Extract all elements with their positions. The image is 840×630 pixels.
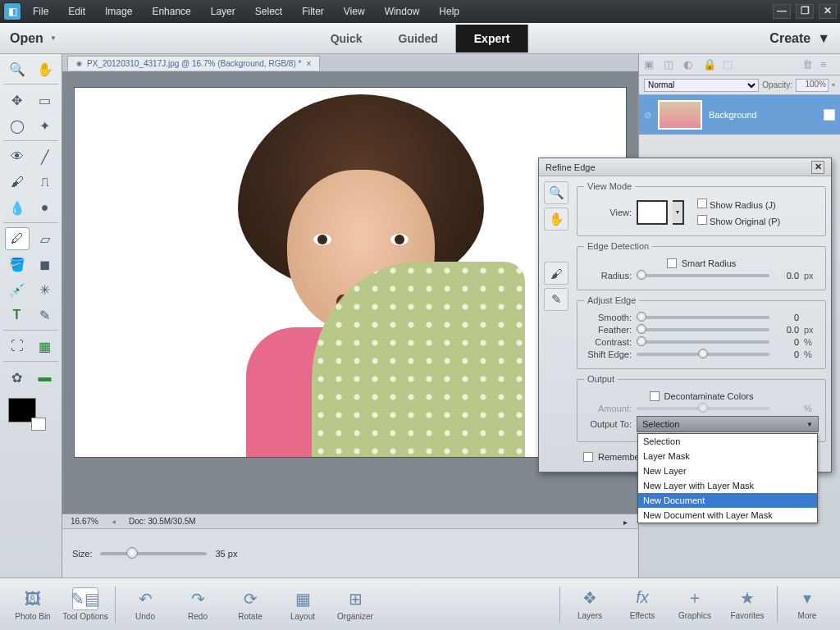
photo-bin-button[interactable]: 🖼Photo Bin — [7, 587, 59, 621]
refine-radius-tool[interactable]: 🖌 — [544, 262, 568, 285]
menu-layer[interactable]: Layer — [203, 2, 244, 21]
menu-select[interactable]: Select — [247, 2, 290, 21]
lasso-tool[interactable]: ◯ — [5, 114, 30, 137]
new-group-icon[interactable]: ◫ — [664, 58, 678, 71]
dialog-close-button[interactable]: ✕ — [811, 161, 824, 174]
output-to-dropdown: Selection Layer Mask New Layer New Layer… — [637, 433, 818, 523]
document-tab[interactable]: ◉PX_20120310_4317J.jpg @ 16.7% (Backgrou… — [67, 56, 320, 71]
hand-tool[interactable]: ✋ — [33, 57, 57, 80]
menu-window[interactable]: Window — [377, 2, 428, 21]
contrast-slider[interactable] — [637, 340, 769, 344]
type-tool[interactable]: T — [5, 304, 30, 326]
tab-expert[interactable]: Expert — [456, 25, 528, 52]
crop-tool[interactable]: ⛶ — [5, 335, 30, 358]
view-dropdown[interactable]: ▾ — [673, 200, 684, 225]
blur-tool[interactable]: 💧 — [5, 196, 30, 219]
option-new-document-mask[interactable]: New Document with Layer Mask — [638, 508, 817, 523]
layers-panel-button[interactable]: ❖Layers — [564, 587, 616, 623]
option-new-layer-mask[interactable]: New Layer with Layer Mask — [638, 478, 817, 493]
menu-help[interactable]: Help — [431, 2, 468, 21]
dialog-hand-tool[interactable]: ✋ — [544, 208, 568, 231]
redo-button[interactable]: ↷Redo — [171, 587, 224, 621]
lock-icon[interactable]: 🔒 — [703, 58, 718, 71]
option-new-document[interactable]: New Document — [638, 493, 817, 508]
remember-label: Remember — [598, 452, 642, 462]
brush-tool[interactable]: 🖊 — [5, 227, 30, 250]
blend-mode-select[interactable]: Normal — [644, 79, 759, 92]
smart-brush-tool[interactable]: 🖌 — [5, 171, 30, 194]
favorites-panel-button[interactable]: ★Favorites — [721, 587, 774, 623]
redeye-tool[interactable]: 👁 — [5, 145, 30, 168]
move-tool[interactable]: ✥ — [5, 89, 30, 112]
more-button[interactable]: ▾More — [781, 587, 833, 623]
graphics-panel-button[interactable]: ＋Graphics — [669, 587, 721, 623]
show-original-checkbox[interactable] — [697, 215, 707, 225]
straighten-tool[interactable]: ▬ — [33, 366, 57, 389]
shift-edge-slider[interactable] — [637, 353, 769, 356]
feather-slider[interactable] — [637, 328, 769, 331]
smooth-label: Smooth: — [584, 313, 632, 322]
smooth-slider[interactable] — [637, 316, 769, 319]
organizer-button[interactable]: ⊞Organizer — [329, 587, 381, 621]
link-icon[interactable]: ⬚ — [723, 58, 737, 71]
menu-edit[interactable]: Edit — [60, 2, 94, 21]
tab-quick[interactable]: Quick — [313, 25, 381, 52]
menu-filter[interactable]: Filter — [294, 2, 332, 21]
opacity-value[interactable]: 100% — [796, 79, 829, 92]
shape-tool[interactable]: ✳ — [33, 278, 57, 301]
smart-radius-checkbox[interactable] — [667, 258, 677, 268]
close-doc-icon[interactable]: × — [306, 59, 311, 68]
layout-button[interactable]: ▦Layout — [276, 587, 329, 621]
maximize-button[interactable]: ❐ — [796, 4, 814, 19]
quick-select-tool[interactable]: ✦ — [33, 114, 57, 137]
edge-detection-legend: Edge Detection — [584, 241, 652, 251]
option-selection[interactable]: Selection — [638, 434, 817, 449]
eraser-tool[interactable]: ▱ — [33, 227, 57, 250]
paint-bucket-tool[interactable]: 🪣 — [5, 253, 30, 276]
contrast-label: Contrast: — [584, 337, 632, 347]
open-button[interactable]: Open▼ — [10, 31, 57, 46]
close-button[interactable]: ✕ — [819, 4, 837, 19]
pencil-tool[interactable]: ✎ — [33, 304, 57, 326]
gradient-tool[interactable]: ◼ — [33, 253, 57, 276]
effects-panel-button[interactable]: fxEffects — [616, 587, 669, 623]
show-radius-checkbox[interactable] — [697, 199, 707, 208]
output-legend: Output — [584, 374, 618, 384]
adjustment-icon[interactable]: ◐ — [683, 58, 698, 71]
menu-image[interactable]: Image — [97, 2, 140, 21]
panel-menu-icon[interactable]: ≡ — [820, 58, 835, 71]
cookie-cutter-tool[interactable]: ✿ — [5, 366, 30, 389]
view-thumbnail[interactable] — [637, 200, 668, 225]
eyedropper-tool[interactable]: 💉 — [5, 278, 30, 301]
undo-button[interactable]: ↶Undo — [119, 587, 171, 621]
dialog-zoom-tool[interactable]: 🔍 — [544, 181, 568, 204]
create-button[interactable]: Create▼ — [769, 31, 830, 46]
spot-heal-tool[interactable]: ╱ — [33, 145, 57, 168]
clone-stamp-tool[interactable]: ⎍ — [33, 171, 57, 194]
marquee-tool[interactable]: ▭ — [33, 89, 57, 112]
adjust-edge-legend: Adjust Edge — [584, 295, 639, 305]
new-layer-icon[interactable]: ▣ — [644, 58, 659, 71]
remember-checkbox[interactable] — [583, 452, 593, 462]
rotate-button[interactable]: ⟳Rotate — [224, 587, 276, 621]
contrast-value: 0 — [774, 337, 799, 347]
tool-options-button[interactable]: ✎▤Tool Options — [59, 587, 112, 621]
minimize-button[interactable]: — — [773, 4, 791, 19]
decontaminate-checkbox[interactable] — [650, 391, 660, 401]
size-slider[interactable] — [100, 552, 207, 555]
output-to-select[interactable]: Selection▼ Selection Layer Mask New Laye… — [637, 416, 819, 432]
trash-icon[interactable]: 🗑 — [802, 58, 817, 71]
sponge-tool[interactable]: ● — [33, 196, 57, 219]
option-layer-mask[interactable]: Layer Mask — [638, 449, 817, 463]
color-swatch[interactable] — [8, 398, 46, 431]
menu-view[interactable]: View — [336, 2, 373, 21]
option-new-layer[interactable]: New Layer — [638, 463, 817, 478]
zoom-tool[interactable]: 🔍 — [5, 57, 30, 80]
erase-refinements-tool[interactable]: ✎ — [544, 288, 568, 311]
menu-enhance[interactable]: Enhance — [144, 2, 199, 21]
menu-file[interactable]: File — [25, 2, 57, 21]
recompose-tool[interactable]: ▦ — [33, 335, 57, 358]
radius-slider[interactable] — [637, 274, 769, 277]
layer-background[interactable]: 👁 ⊘ Background — [639, 95, 840, 135]
tab-guided[interactable]: Guided — [381, 25, 456, 52]
